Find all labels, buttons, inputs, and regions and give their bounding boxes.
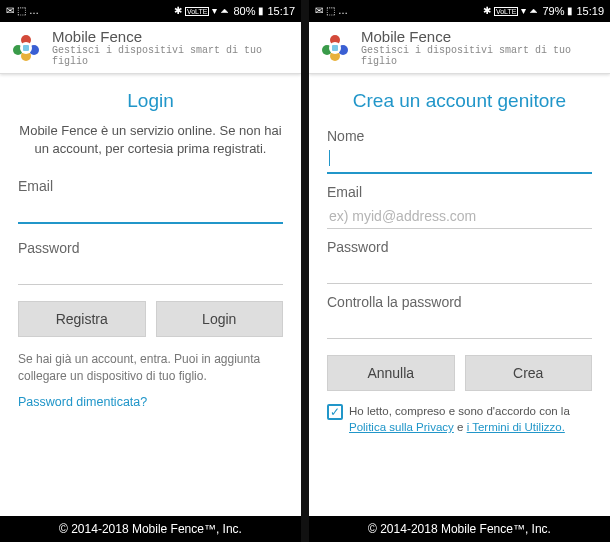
password-label: Password <box>18 240 283 256</box>
create-button[interactable]: Crea <box>465 355 593 391</box>
footer: © 2014-2018 Mobile Fence™, Inc. <box>309 516 610 542</box>
confirm-field-wrap: Controlla la password <box>309 288 610 343</box>
more-icon: … <box>338 6 348 16</box>
bluetooth-icon: ✱ <box>174 6 182 16</box>
app-bar: Mobile Fence Gestisci i dispositivi smar… <box>0 22 301 74</box>
password-field-wrap: Password <box>309 233 610 288</box>
privacy-link[interactable]: Politica sulla Privacy <box>349 421 454 433</box>
clock-text: 15:17 <box>267 5 295 17</box>
app-logo-icon <box>10 32 42 64</box>
email-field-wrap: Email <box>0 172 301 228</box>
signal-icon: ⏶ <box>220 6 230 16</box>
status-bar: ✉ ⬚ … ✱ VoLTE ▾ ⏶ 80% ▮ 15:17 <box>0 0 301 22</box>
app-logo-icon <box>319 32 351 64</box>
confirm-password-input[interactable] <box>327 312 592 339</box>
battery-icon: ▮ <box>567 6 573 16</box>
login-screen: ✉ ⬚ … ✱ VoLTE ▾ ⏶ 80% ▮ 15:17 Mobil <box>0 0 301 542</box>
name-label: Nome <box>327 128 592 144</box>
email-label: Email <box>18 178 283 194</box>
volte-icon: VoLTE <box>494 7 519 16</box>
phone-icon: ⬚ <box>17 6 26 16</box>
register-button[interactable]: Registra <box>18 301 146 337</box>
phone-icon: ✉ <box>6 6 14 16</box>
name-field-wrap: Nome <box>309 122 610 178</box>
confirm-label: Controlla la password <box>327 294 592 310</box>
wifi-icon: ▾ <box>521 6 526 16</box>
password-input[interactable] <box>18 258 283 285</box>
battery-text: 80% <box>233 5 255 17</box>
wifi-icon: ▾ <box>212 6 217 16</box>
phone-icon: ⬚ <box>326 6 335 16</box>
intro-text: Mobile Fence è un servizio online. Se no… <box>0 122 301 172</box>
app-title: Mobile Fence <box>361 28 600 45</box>
app-title: Mobile Fence <box>52 28 291 45</box>
login-button[interactable]: Login <box>156 301 284 337</box>
status-bar: ✉ ⬚ … ✱ VoLTE ▾ ⏶ 79% ▮ 15:19 <box>309 0 610 22</box>
page-title: Login <box>0 74 301 122</box>
name-input[interactable] <box>327 146 592 174</box>
battery-icon: ▮ <box>258 6 264 16</box>
password-input[interactable] <box>327 257 592 284</box>
page-title: Crea un account genitore <box>309 74 610 122</box>
app-subtitle: Gestisci i dispositivi smart di tuo figl… <box>361 45 600 67</box>
app-bar: Mobile Fence Gestisci i dispositivi smar… <box>309 22 610 74</box>
more-icon: … <box>29 6 39 16</box>
clock-text: 15:19 <box>576 5 604 17</box>
email-input[interactable] <box>327 202 592 229</box>
svg-rect-11 <box>332 45 338 51</box>
forgot-password-link[interactable]: Password dimenticata? <box>0 391 301 413</box>
email-field-wrap: Email <box>309 178 610 233</box>
battery-text: 79% <box>542 5 564 17</box>
email-label: Email <box>327 184 592 200</box>
terms-link[interactable]: i Termini di Utilizzo. <box>467 421 565 433</box>
password-label: Password <box>327 239 592 255</box>
bluetooth-icon: ✱ <box>483 6 491 16</box>
password-field-wrap: Password <box>0 234 301 289</box>
tos-checkbox[interactable]: ✓ <box>327 404 343 420</box>
cancel-button[interactable]: Annulla <box>327 355 455 391</box>
svg-rect-5 <box>23 45 29 51</box>
signal-icon: ⏶ <box>529 6 539 16</box>
footer: © 2014-2018 Mobile Fence™, Inc. <box>0 516 301 542</box>
phone-icon: ✉ <box>315 6 323 16</box>
signup-screen: ✉ ⬚ … ✱ VoLTE ▾ ⏶ 79% ▮ 15:19 Mobil <box>309 0 610 542</box>
volte-icon: VoLTE <box>185 7 210 16</box>
tos-text: Ho letto, compreso e sono d'accordo con … <box>349 403 592 435</box>
email-input[interactable] <box>18 196 283 224</box>
app-subtitle: Gestisci i dispositivi smart di tuo figl… <box>52 45 291 67</box>
note-text: Se hai già un account, entra. Puoi in ag… <box>0 345 301 391</box>
